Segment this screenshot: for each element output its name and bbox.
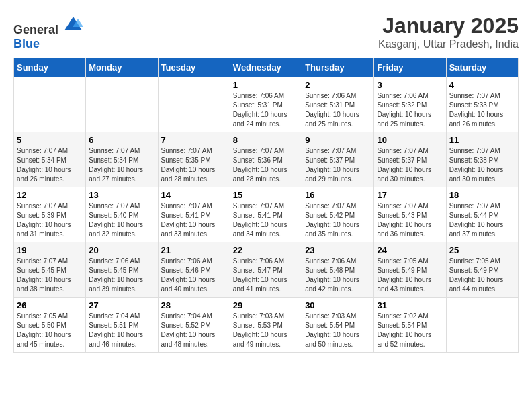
day-cell: 12Sunrise: 7:07 AM Sunset: 5:39 PM Dayli… [14, 187, 86, 242]
day-cell: 23Sunrise: 7:06 AM Sunset: 5:48 PM Dayli… [302, 242, 374, 298]
day-cell: 17Sunrise: 7:07 AM Sunset: 5:43 PM Dayli… [374, 187, 446, 242]
day-cell: 13Sunrise: 7:07 AM Sunset: 5:40 PM Dayli… [86, 187, 158, 242]
day-info: Sunrise: 7:07 AM Sunset: 5:34 PM Dayligh… [89, 146, 154, 184]
day-cell: 25Sunrise: 7:05 AM Sunset: 5:49 PM Dayli… [446, 242, 518, 298]
logo-text: General Blue [13, 13, 83, 51]
day-cell: 18Sunrise: 7:07 AM Sunset: 5:44 PM Dayli… [446, 187, 518, 242]
day-number: 22 [233, 245, 299, 255]
column-header-friday: Friday [374, 58, 446, 77]
column-header-tuesday: Tuesday [158, 58, 230, 77]
day-number: 27 [89, 300, 154, 310]
day-number: 7 [161, 135, 227, 145]
day-info: Sunrise: 7:06 AM Sunset: 5:47 PM Dayligh… [233, 257, 299, 294]
day-number: 1 [233, 80, 299, 90]
column-header-wednesday: Wednesday [230, 58, 302, 77]
day-cell: 21Sunrise: 7:06 AM Sunset: 5:46 PM Dayli… [158, 242, 230, 298]
week-row-2: 5Sunrise: 7:07 AM Sunset: 5:34 PM Daylig… [14, 132, 519, 187]
day-number: 29 [233, 300, 299, 310]
day-cell [446, 298, 518, 353]
day-cell [86, 77, 158, 132]
day-cell: 16Sunrise: 7:07 AM Sunset: 5:42 PM Dayli… [302, 187, 374, 242]
day-cell: 22Sunrise: 7:06 AM Sunset: 5:47 PM Dayli… [230, 242, 302, 298]
day-info: Sunrise: 7:07 AM Sunset: 5:41 PM Dayligh… [161, 201, 227, 239]
day-cell: 26Sunrise: 7:05 AM Sunset: 5:50 PM Dayli… [14, 298, 86, 353]
day-cell: 28Sunrise: 7:04 AM Sunset: 5:52 PM Dayli… [158, 298, 230, 353]
day-number: 11 [449, 135, 515, 145]
day-info: Sunrise: 7:05 AM Sunset: 5:50 PM Dayligh… [17, 312, 83, 349]
day-cell: 19Sunrise: 7:07 AM Sunset: 5:45 PM Dayli… [14, 242, 86, 298]
logo-icon [63, 13, 83, 34]
day-cell: 6Sunrise: 7:07 AM Sunset: 5:34 PM Daylig… [86, 132, 158, 187]
day-info: Sunrise: 7:07 AM Sunset: 5:45 PM Dayligh… [17, 257, 83, 294]
day-number: 18 [449, 190, 515, 200]
location: Kasganj, Uttar Pradesh, India [378, 38, 519, 50]
day-info: Sunrise: 7:06 AM Sunset: 5:46 PM Dayligh… [161, 257, 227, 294]
calendar-table: SundayMondayTuesdayWednesdayThursdayFrid… [13, 58, 519, 353]
day-number: 17 [377, 190, 443, 200]
logo-general: General [13, 23, 58, 36]
day-number: 14 [161, 190, 227, 200]
day-info: Sunrise: 7:07 AM Sunset: 5:44 PM Dayligh… [449, 201, 515, 239]
day-info: Sunrise: 7:07 AM Sunset: 5:42 PM Dayligh… [305, 201, 371, 239]
header-row: SundayMondayTuesdayWednesdayThursdayFrid… [14, 58, 519, 77]
logo-blue: Blue [13, 37, 40, 50]
column-header-thursday: Thursday [302, 58, 374, 77]
day-info: Sunrise: 7:06 AM Sunset: 5:32 PM Dayligh… [377, 91, 443, 129]
day-number: 31 [377, 300, 443, 310]
day-info: Sunrise: 7:03 AM Sunset: 5:54 PM Dayligh… [305, 312, 371, 349]
day-cell: 5Sunrise: 7:07 AM Sunset: 5:34 PM Daylig… [14, 132, 86, 187]
week-row-5: 26Sunrise: 7:05 AM Sunset: 5:50 PM Dayli… [14, 298, 519, 353]
day-info: Sunrise: 7:07 AM Sunset: 5:37 PM Dayligh… [305, 146, 371, 184]
day-cell: 11Sunrise: 7:07 AM Sunset: 5:38 PM Dayli… [446, 132, 518, 187]
day-number: 21 [161, 245, 227, 255]
day-info: Sunrise: 7:02 AM Sunset: 5:54 PM Dayligh… [377, 312, 443, 349]
day-info: Sunrise: 7:07 AM Sunset: 5:43 PM Dayligh… [377, 201, 443, 239]
day-info: Sunrise: 7:07 AM Sunset: 5:37 PM Dayligh… [377, 146, 443, 184]
day-number: 4 [449, 80, 515, 90]
day-cell: 10Sunrise: 7:07 AM Sunset: 5:37 PM Dayli… [374, 132, 446, 187]
week-row-4: 19Sunrise: 7:07 AM Sunset: 5:45 PM Dayli… [14, 242, 519, 298]
day-number: 9 [305, 135, 371, 145]
day-number: 8 [233, 135, 299, 145]
day-cell: 3Sunrise: 7:06 AM Sunset: 5:32 PM Daylig… [374, 77, 446, 132]
title-area: January 2025 Kasganj, Uttar Pradesh, Ind… [378, 13, 519, 50]
day-cell: 27Sunrise: 7:04 AM Sunset: 5:51 PM Dayli… [86, 298, 158, 353]
day-info: Sunrise: 7:06 AM Sunset: 5:48 PM Dayligh… [305, 257, 371, 294]
day-cell: 8Sunrise: 7:07 AM Sunset: 5:36 PM Daylig… [230, 132, 302, 187]
logo: General Blue [13, 13, 83, 51]
day-cell: 30Sunrise: 7:03 AM Sunset: 5:54 PM Dayli… [302, 298, 374, 353]
day-number: 2 [305, 80, 371, 90]
day-info: Sunrise: 7:07 AM Sunset: 5:40 PM Dayligh… [89, 201, 154, 239]
day-info: Sunrise: 7:04 AM Sunset: 5:51 PM Dayligh… [89, 312, 154, 349]
day-number: 10 [377, 135, 443, 145]
day-cell: 9Sunrise: 7:07 AM Sunset: 5:37 PM Daylig… [302, 132, 374, 187]
day-cell: 2Sunrise: 7:06 AM Sunset: 5:31 PM Daylig… [302, 77, 374, 132]
day-info: Sunrise: 7:06 AM Sunset: 5:45 PM Dayligh… [89, 257, 154, 294]
day-info: Sunrise: 7:07 AM Sunset: 5:41 PM Dayligh… [233, 201, 299, 239]
day-number: 5 [17, 135, 83, 145]
day-info: Sunrise: 7:05 AM Sunset: 5:49 PM Dayligh… [449, 257, 515, 294]
column-header-monday: Monday [86, 58, 158, 77]
day-number: 30 [305, 300, 371, 310]
day-info: Sunrise: 7:07 AM Sunset: 5:34 PM Dayligh… [17, 146, 83, 184]
day-cell: 14Sunrise: 7:07 AM Sunset: 5:41 PM Dayli… [158, 187, 230, 242]
day-info: Sunrise: 7:06 AM Sunset: 5:31 PM Dayligh… [305, 91, 371, 129]
day-number: 24 [377, 245, 443, 255]
day-info: Sunrise: 7:07 AM Sunset: 5:38 PM Dayligh… [449, 146, 515, 184]
day-cell: 20Sunrise: 7:06 AM Sunset: 5:45 PM Dayli… [86, 242, 158, 298]
day-cell: 29Sunrise: 7:03 AM Sunset: 5:53 PM Dayli… [230, 298, 302, 353]
column-header-sunday: Sunday [14, 58, 86, 77]
day-number: 16 [305, 190, 371, 200]
page-header: General Blue January 2025 Kasganj, Uttar… [13, 13, 519, 51]
day-info: Sunrise: 7:07 AM Sunset: 5:35 PM Dayligh… [161, 146, 227, 184]
day-cell [158, 77, 230, 132]
day-info: Sunrise: 7:07 AM Sunset: 5:33 PM Dayligh… [449, 91, 515, 129]
day-number: 28 [161, 300, 227, 310]
day-number: 23 [305, 245, 371, 255]
day-info: Sunrise: 7:04 AM Sunset: 5:52 PM Dayligh… [161, 312, 227, 349]
week-row-3: 12Sunrise: 7:07 AM Sunset: 5:39 PM Dayli… [14, 187, 519, 242]
column-header-saturday: Saturday [446, 58, 518, 77]
day-info: Sunrise: 7:05 AM Sunset: 5:49 PM Dayligh… [377, 257, 443, 294]
day-cell [14, 77, 86, 132]
day-cell: 4Sunrise: 7:07 AM Sunset: 5:33 PM Daylig… [446, 77, 518, 132]
